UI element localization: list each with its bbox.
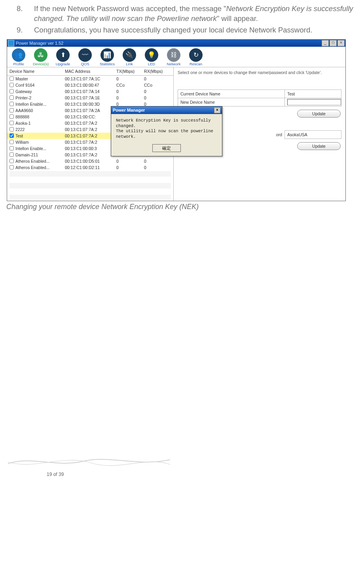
update-name-button[interactable]: Update xyxy=(297,110,341,118)
row-checkbox[interactable] xyxy=(9,114,14,119)
dialog-title: Power Manager xyxy=(113,108,145,112)
tab-statistics[interactable]: 📊Statistics xyxy=(99,48,116,66)
row-checkbox[interactable] xyxy=(9,108,14,112)
tx-cell: CCo xyxy=(116,83,144,88)
device-name-cell: Conf 9164 xyxy=(9,83,65,88)
network-password-value: AsokaUSA xyxy=(285,131,341,139)
minimize-button[interactable]: _ xyxy=(322,40,329,46)
tab-devices[interactable]: 🖧Device(s) xyxy=(32,48,49,66)
footer-wave-graphic xyxy=(8,453,170,468)
device-name-cell: Test xyxy=(9,133,65,138)
instruction-8: 8. If the new Network Password was accep… xyxy=(27,4,356,24)
row-checkbox[interactable] xyxy=(9,102,14,106)
mac-cell: 00:13:C1:07:7A:2 xyxy=(65,121,116,126)
statistics-icon: 📊 xyxy=(100,48,114,62)
device-name-cell: AAA9660 xyxy=(9,108,65,113)
row-checkbox[interactable] xyxy=(9,140,14,144)
col-tx: TX(Mbps) xyxy=(116,69,144,74)
window-title: Power Manager ver 1.52 xyxy=(16,41,63,46)
mac-cell: 00:13:C1:07:7A:2 xyxy=(65,140,116,145)
mac-cell: 00:13:C1:07:7A:1E xyxy=(65,95,116,100)
tab-profile[interactable]: 👥Profile xyxy=(10,48,27,66)
led-icon: 💡 xyxy=(145,48,158,62)
update-password-button[interactable]: Update xyxy=(297,142,341,150)
password-label-tail: ord xyxy=(276,132,282,137)
instruction-list: 8. If the new Network Password was accep… xyxy=(16,4,356,35)
figure-caption: Changing your remote device Network Encr… xyxy=(6,203,356,211)
mac-cell: 00:13:C1:00:D5:01 xyxy=(65,159,116,164)
device-name-cell: Master xyxy=(9,76,65,81)
row-checkbox[interactable] xyxy=(9,133,14,138)
row-checkbox[interactable] xyxy=(9,146,14,150)
dialog-body: Network Encryption Key is successfully c… xyxy=(111,114,222,142)
row-checkbox[interactable] xyxy=(9,127,14,131)
rx-cell: 0 xyxy=(144,89,172,94)
mac-cell: 00:13:C1:00:CC: xyxy=(65,114,116,119)
qos-icon: 〰 xyxy=(78,48,92,62)
maximize-button[interactable]: □ xyxy=(330,40,337,46)
row-checkbox[interactable] xyxy=(9,165,14,169)
dialog-ok-button[interactable]: 確定 xyxy=(152,144,181,152)
device-name-cell: Gateway xyxy=(9,89,65,94)
tab-led[interactable]: 💡LED xyxy=(143,48,160,66)
tab-network[interactable]: ⛓Network xyxy=(165,48,182,66)
tx-cell: 0 xyxy=(116,76,144,81)
tx-cell: 0 xyxy=(116,89,144,94)
list-number: 9. xyxy=(17,25,23,35)
new-device-name-input[interactable] xyxy=(287,99,341,105)
network-icon: ⛓ xyxy=(167,48,180,62)
device-name-cell: Atheros Enabled... xyxy=(9,165,65,170)
table-row[interactable]: Gateway00:13:C1:07:7A:1400 xyxy=(7,88,173,95)
rx-cell: CCo xyxy=(144,83,172,88)
tab-link[interactable]: 🔌Link xyxy=(121,48,138,66)
dialog-titlebar[interactable]: Power Manager × xyxy=(111,107,222,114)
tx-cell: 0 xyxy=(116,165,144,170)
table-header: Device Name MAC Address TX(Mbps) RX(Mbps… xyxy=(7,67,173,76)
tab-rescan[interactable]: ↻Rescan xyxy=(188,48,204,66)
row-checkbox[interactable] xyxy=(9,95,14,100)
mac-cell: 00:13:C1:07:7A:1C xyxy=(65,76,116,81)
table-row[interactable]: Atheros Enabled...00:12:C1:00:D2:1100 xyxy=(7,164,173,171)
row-checkbox[interactable] xyxy=(9,121,14,125)
device-name-cell: Atheros Enabled... xyxy=(9,159,65,164)
table-row[interactable]: Master00:13:C1:07:7A:1C00 xyxy=(7,76,173,82)
row-checkbox[interactable] xyxy=(9,76,14,81)
app-window: Power Manager ver 1.52 _ □ × 👥Profile 🖧D… xyxy=(7,39,346,201)
table-row[interactable]: Conf 916400:13:C1:00:00:47CCoCCo xyxy=(7,82,173,88)
tab-qos[interactable]: 〰QOS xyxy=(77,48,93,66)
mac-cell: 00:12:C1:00:D2:11 xyxy=(65,165,116,170)
mac-cell: 00:13:C1:07:7A:14 xyxy=(65,89,116,94)
table-row[interactable]: Printer-200:13:C1:07:7A:1E00 xyxy=(7,95,173,101)
rx-cell: 0 xyxy=(144,159,172,164)
current-device-name-value: Test xyxy=(285,90,341,98)
row-checkbox[interactable] xyxy=(9,152,14,157)
app-icon xyxy=(8,40,14,46)
mac-cell: 00:13:C1:07:7A:2 xyxy=(65,127,116,132)
titlebar[interactable]: Power Manager ver 1.52 _ □ × xyxy=(7,40,345,47)
close-button[interactable]: × xyxy=(337,40,345,46)
device-name-form: Current Device Name Test New Device Name xyxy=(178,89,341,107)
mac-cell: 00:13:C1:00:00:47 xyxy=(65,83,116,88)
table-row[interactable]: Atheros Enabled...00:13:C1:00:D5:0100 xyxy=(7,158,173,164)
dialog-close-button[interactable]: × xyxy=(214,107,220,113)
profile-icon: 👥 xyxy=(12,48,25,62)
upgrade-icon: ⬆ xyxy=(56,48,70,62)
page-number: 19 of 39 xyxy=(47,472,356,477)
tx-cell: 0 xyxy=(116,159,144,164)
col-mac: MAC Address xyxy=(65,69,116,74)
mac-cell: 00:13:C1:07:7A:2 xyxy=(65,133,116,138)
new-device-name-label: New Device Name xyxy=(178,98,285,107)
device-name-cell: Intellon Enable... xyxy=(9,146,65,151)
col-device-name: Device Name xyxy=(9,69,65,74)
tab-upgrade[interactable]: ⬆Upgrade xyxy=(55,48,71,66)
hint-text: Select one or more devices to change the… xyxy=(178,70,341,75)
row-checkbox[interactable] xyxy=(9,89,14,93)
device-name-cell: Printer-2 xyxy=(9,95,65,100)
row-checkbox[interactable] xyxy=(9,83,14,87)
mac-cell: 00:13:C1:00:00:3 xyxy=(65,146,116,151)
row-checkbox[interactable] xyxy=(9,159,14,163)
device-name-cell: Asoka-1 xyxy=(9,121,65,126)
list-number: 8. xyxy=(17,4,23,14)
mac-cell: 00:13:C1:07:7A:2A xyxy=(65,108,116,113)
tx-cell: 0 xyxy=(116,95,144,100)
